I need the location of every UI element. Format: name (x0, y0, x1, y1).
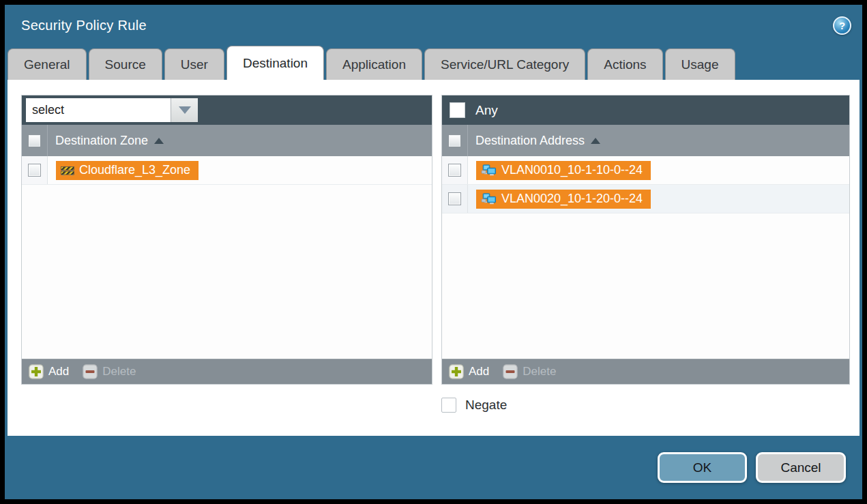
tab-actions[interactable]: Actions (587, 48, 662, 80)
sort-asc-icon[interactable] (154, 138, 164, 144)
table-row[interactable]: VLAN0020_10-1-20-0--24 (442, 185, 849, 213)
zone-select-input[interactable] (26, 98, 171, 122)
add-zone-button[interactable]: Add (29, 364, 69, 379)
dialog-title: Security Policy Rule (21, 18, 147, 33)
destination-address-panel: Any Destination Address (441, 95, 850, 385)
address-chip[interactable]: VLAN0020_10-1-20-0--24 (476, 190, 651, 209)
address-column-title[interactable]: Destination Address (475, 134, 585, 148)
zone-column-title[interactable]: Destination Zone (55, 134, 148, 148)
add-icon (29, 364, 44, 379)
tab-usage[interactable]: Usage (665, 48, 735, 80)
tab-source[interactable]: Source (89, 48, 162, 80)
address-icon (481, 193, 497, 205)
address-column-header: Destination Address (442, 125, 849, 156)
cancel-button[interactable]: Cancel (756, 452, 846, 483)
zone-row-label: Cloudflare_L3_Zone (79, 163, 190, 177)
zone-column-header: Destination Zone (22, 125, 432, 156)
delete-icon (83, 364, 98, 379)
tab-application[interactable]: Application (326, 48, 422, 80)
tab-destination[interactable]: Destination (226, 46, 324, 80)
tab-user[interactable]: User (164, 48, 224, 80)
sort-asc-icon[interactable] (591, 138, 600, 144)
address-icon (481, 164, 497, 177)
address-row-label: VLAN0010_10-1-10-0--24 (501, 163, 643, 177)
zone-icon (61, 165, 74, 176)
address-row-checkbox[interactable] (448, 192, 461, 205)
tab-bar: General Source User Destination Applicat… (5, 46, 862, 80)
address-rows: VLAN0010_10-1-10-0--24 (442, 156, 849, 359)
address-row-checkbox[interactable] (448, 164, 461, 177)
help-icon[interactable]: ? (833, 16, 851, 35)
security-policy-rule-dialog: Security Policy Rule ? General Source Us… (0, 0, 867, 504)
zone-rows: Cloudflare_L3_Zone (22, 156, 432, 359)
tab-service-url-category[interactable]: Service/URL Category (424, 48, 585, 80)
table-row[interactable]: Cloudflare_L3_Zone (22, 156, 432, 185)
zone-panel-footer: Add Delete (22, 359, 432, 384)
zone-select-dropdown-button[interactable] (171, 98, 198, 122)
address-panel-footer: Add Delete (442, 359, 849, 384)
any-checkbox[interactable] (450, 102, 465, 118)
negate-row: Negate (441, 398, 859, 413)
help-glyph: ? (839, 20, 845, 31)
add-address-button[interactable]: Add (449, 364, 489, 379)
table-row[interactable]: VLAN0010_10-1-10-0--24 (442, 156, 849, 185)
address-select-all-checkbox[interactable] (448, 134, 461, 147)
address-row-label: VLAN0020_10-1-20-0--24 (501, 192, 643, 206)
add-icon (449, 364, 464, 379)
delete-zone-button[interactable]: Delete (83, 364, 136, 379)
delete-address-button[interactable]: Delete (503, 364, 556, 379)
zone-select-all-checkbox[interactable] (28, 134, 41, 147)
address-chip[interactable]: VLAN0010_10-1-10-0--24 (476, 161, 651, 180)
delete-icon (503, 364, 518, 379)
chevron-down-icon (179, 106, 191, 114)
zone-panel-header (22, 95, 432, 125)
tab-content-destination: Destination Zone (8, 80, 859, 436)
dialog-button-bar: OK Cancel (5, 436, 862, 499)
negate-checkbox[interactable] (441, 398, 456, 413)
tab-general[interactable]: General (8, 48, 87, 80)
destination-zone-panel: Destination Zone (21, 95, 432, 385)
zone-chip[interactable]: Cloudflare_L3_Zone (56, 161, 199, 180)
title-bar: Security Policy Rule ? (5, 5, 862, 46)
negate-label: Negate (465, 398, 507, 413)
ok-button[interactable]: OK (658, 452, 747, 483)
address-panel-header: Any (442, 95, 849, 125)
zone-row-checkbox[interactable] (28, 164, 41, 177)
any-label: Any (475, 103, 498, 118)
